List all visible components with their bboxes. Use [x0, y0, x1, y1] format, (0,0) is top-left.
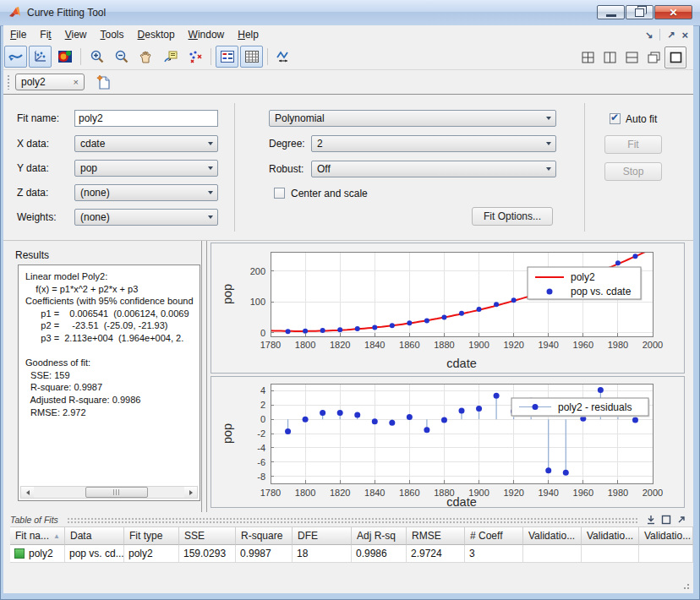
column-header-7[interactable]: Adj R-sq: [352, 526, 407, 545]
tile-horizontal-button[interactable]: [621, 46, 643, 68]
zoom-in-icon: [90, 50, 105, 64]
zoom-in-button[interactable]: [85, 46, 108, 68]
degree-select[interactable]: 2: [311, 135, 556, 152]
panel-divider: [584, 103, 585, 232]
menu-bar-right-controls: ↘ ↗ ×: [645, 25, 688, 44]
table-cell: poly2: [10, 545, 65, 562]
undock-icon[interactable]: [676, 515, 686, 525]
float-windows-button[interactable]: [643, 46, 664, 68]
restore-button[interactable]: [626, 5, 654, 19]
close-button[interactable]: ✕: [654, 5, 692, 19]
zoom-out-button[interactable]: [110, 46, 133, 68]
chevron-down-icon: [546, 142, 551, 145]
tab-close-icon[interactable]: ×: [74, 78, 79, 87]
matlab-icon: [8, 6, 22, 19]
robust-select[interactable]: Off: [311, 161, 556, 177]
title-bar: Curve Fitting Tool ✕: [0, 0, 700, 26]
data-cursor-button[interactable]: [159, 46, 182, 68]
table-row[interactable]: poly2pop vs. cd...poly2159.02930.9987180…: [10, 545, 693, 563]
fit-button[interactable]: Fit: [604, 135, 662, 154]
single-window-button[interactable]: [664, 46, 686, 68]
menu-window[interactable]: Window: [182, 26, 232, 43]
svg-text:1920: 1920: [503, 340, 523, 350]
fit-name-input[interactable]: poly2: [74, 110, 218, 127]
pan-button[interactable]: [134, 46, 157, 68]
svg-text:-8: -8: [257, 472, 265, 482]
menu-tools[interactable]: Tools: [94, 26, 131, 43]
table-of-fits-section: Table of Fits Fit na...▲DataFit typeSSER…: [3, 512, 693, 593]
y-data-select[interactable]: pop: [74, 160, 218, 177]
results-plots-splitter[interactable]: [201, 241, 207, 512]
scrollbar-track[interactable]: [34, 487, 184, 498]
single-window-icon: [670, 52, 682, 63]
panel-close-icon[interactable]: ×: [681, 29, 688, 41]
fit-type-select[interactable]: Polynomial: [269, 110, 556, 127]
axes-limits-icon: [276, 50, 292, 64]
residuals-plot[interactable]: 1780180018201840186018801900192019401960…: [211, 376, 685, 508]
column-header-12[interactable]: Validatio...: [639, 526, 693, 545]
menu-desktop[interactable]: Desktop: [131, 26, 182, 43]
surface-data-button[interactable]: [29, 46, 52, 68]
scroll-left-button[interactable]: [21, 487, 34, 498]
column-header-11[interactable]: Validatio...: [582, 526, 639, 545]
fit-tab-bar: poly2 ×: [3, 70, 693, 95]
curve-data-button[interactable]: [4, 46, 27, 68]
column-header-2[interactable]: Data: [65, 526, 124, 545]
column-header-6[interactable]: DFE: [293, 526, 352, 545]
table-cell: 0.9987: [236, 545, 293, 562]
weights-select[interactable]: (none): [74, 209, 218, 226]
tile-grid-button[interactable]: [577, 46, 599, 68]
z-data-select[interactable]: (none): [74, 184, 218, 201]
table-of-fits-titlebar[interactable]: Table of Fits: [3, 512, 693, 526]
exclude-outliers-button[interactable]: [183, 46, 206, 68]
toolbar-separator: [80, 48, 81, 65]
column-header-3[interactable]: Fit type: [124, 526, 179, 545]
column-header-4[interactable]: SSE: [179, 526, 236, 545]
column-header-9[interactable]: # Coeff: [465, 526, 523, 545]
menu-view[interactable]: View: [58, 26, 94, 43]
column-header-10[interactable]: Validatio...: [523, 526, 582, 545]
undock-icon[interactable]: ↗: [667, 30, 675, 41]
svg-text:1900: 1900: [468, 340, 489, 350]
restore-icon: [635, 8, 644, 17]
svg-text:4: 4: [260, 385, 265, 395]
new-fit-button[interactable]: [95, 73, 113, 91]
dock-down-icon[interactable]: ↘: [645, 30, 653, 41]
x-data-select[interactable]: cdate: [74, 135, 218, 152]
maximize-icon[interactable]: [661, 515, 671, 525]
plot-legend[interactable]: poly2pop vs. cdate: [528, 267, 643, 301]
fit-options-button[interactable]: Fit Options...: [472, 207, 553, 226]
scrollbar-thumb[interactable]: [85, 487, 149, 498]
auto-fit-checkbox[interactable]: [610, 113, 621, 124]
column-header-5[interactable]: R-square: [236, 526, 293, 545]
resize-grip[interactable]: [681, 581, 690, 590]
center-scale-checkbox[interactable]: [274, 188, 285, 199]
scroll-right-button[interactable]: [184, 487, 197, 498]
svg-text:2: 2: [260, 400, 265, 410]
column-header-8[interactable]: RMSE: [407, 526, 465, 545]
svg-text:pop: pop: [221, 284, 234, 304]
colormap-button[interactable]: [53, 46, 76, 68]
minimize-button[interactable]: [597, 5, 625, 19]
tile-vertical-button[interactable]: [599, 46, 621, 68]
chevron-down-icon: [208, 142, 213, 145]
tab-poly2[interactable]: poly2 ×: [15, 74, 85, 90]
menu-file[interactable]: File: [3, 26, 33, 43]
column-header-1[interactable]: Fit na...▲: [10, 526, 65, 545]
svg-text:1980: 1980: [608, 340, 628, 350]
chart-canvas: 1780180018201840186018801900192019401960…: [211, 243, 684, 373]
menu-fit[interactable]: Fit: [33, 26, 57, 43]
legend-toggle-button[interactable]: [216, 46, 238, 68]
stop-button[interactable]: Stop: [604, 162, 662, 181]
collapse-icon[interactable]: [646, 515, 656, 525]
main-plot[interactable]: 1780180018201840186018801900192019401960…: [211, 243, 685, 374]
toolbar-separator: [267, 48, 268, 65]
tabbar-grip[interactable]: [7, 74, 11, 90]
menu-help[interactable]: Help: [231, 26, 265, 43]
plot-legend[interactable]: poly2 - residuals: [511, 398, 650, 417]
curve-fitting-tool-window: Curve Fitting Tool ✕ FileFitViewToolsDes…: [0, 0, 700, 600]
table-cell: [523, 545, 582, 562]
results-horizontal-scrollbar[interactable]: [20, 486, 198, 499]
grid-toggle-button[interactable]: [240, 46, 263, 68]
axes-limits-button[interactable]: [272, 46, 295, 68]
